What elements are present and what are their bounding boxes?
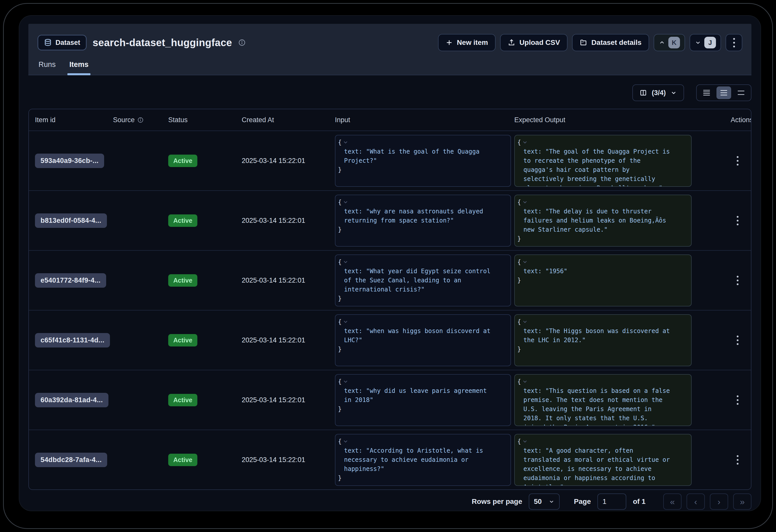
col-header-item-id: Item id [35, 116, 113, 124]
kebab-icon [733, 38, 735, 47]
table-row: b813ed0f-0584-4... Active 2025-03-14 15:… [29, 190, 751, 250]
row-actions-menu-button[interactable] [737, 455, 742, 465]
created-at-cell: 2025-03-14 15:22:01 [242, 277, 335, 285]
last-page-icon: » [740, 497, 745, 507]
collapse-chevron-icon[interactable] [523, 201, 527, 203]
table-row: c65f41c8-1131-4d... Active 2025-03-14 15… [29, 310, 751, 370]
density-relaxed-button[interactable] [734, 86, 748, 99]
density-compact-icon [703, 90, 710, 96]
tab-runs[interactable]: Runs [38, 60, 56, 75]
title-info-icon[interactable] [238, 39, 246, 46]
collapse-chevron-icon[interactable] [344, 380, 348, 383]
collapse-chevron-icon[interactable] [523, 380, 527, 383]
item-id-chip[interactable]: 54dbdc28-7afa-4... [35, 453, 107, 467]
row-density-toggle-group [696, 84, 751, 101]
next-page-button[interactable]: › [710, 494, 728, 510]
dataset-details-button[interactable]: Dataset details [572, 34, 649, 51]
item-id-chip[interactable]: b813ed0f-0584-4... [35, 213, 107, 228]
json-key: text: [524, 387, 542, 394]
col-header-source: Source [113, 116, 168, 124]
brace-open: { [517, 198, 521, 207]
collapse-chevron-icon[interactable] [344, 440, 348, 443]
new-item-button[interactable]: New item [438, 34, 496, 51]
col-header-expected-output: Expected Output [514, 116, 696, 124]
created-at-cell: 2025-03-14 15:22:01 [242, 217, 335, 224]
collapse-chevron-icon[interactable] [344, 260, 348, 263]
collapse-chevron-icon[interactable] [344, 201, 348, 203]
next-page-icon: › [718, 497, 720, 507]
item-id-chip[interactable]: e5401772-84f9-4... [35, 273, 106, 288]
status-badge: Active [168, 274, 197, 287]
collapse-chevron-icon[interactable] [523, 141, 527, 144]
expected-output-json-cell: { text:"A good character, often translat… [514, 434, 692, 486]
row-actions-menu-button[interactable] [737, 395, 742, 405]
header: Dataset search-dataset_huggingface [28, 24, 751, 75]
brace-open: { [338, 437, 342, 446]
status-badge: Active [168, 394, 197, 406]
new-item-label: New item [457, 38, 488, 47]
pagination-controls: « ‹ › » [663, 494, 751, 510]
table-header-row: Item id Source Status Created At Input E… [29, 109, 751, 131]
row-actions-menu-button[interactable] [737, 336, 742, 345]
collapse-chevron-icon[interactable] [523, 440, 527, 443]
collapse-chevron-icon[interactable] [344, 141, 348, 144]
dataset-badge-label: Dataset [55, 39, 80, 47]
columns-count: (3/4) [651, 89, 666, 97]
density-compact-button[interactable] [699, 86, 714, 99]
brace-open: { [338, 257, 342, 267]
tab-items-label: Items [69, 60, 89, 68]
status-badge: Active [168, 454, 197, 466]
json-key: text: [344, 447, 362, 454]
status-badge: Active [168, 155, 197, 167]
created-at-cell: 2025-03-14 15:22:01 [242, 396, 335, 404]
json-key: text: [524, 328, 542, 335]
json-key: text: [524, 268, 542, 275]
collapse-chevron-icon[interactable] [523, 320, 527, 323]
previous-page-icon: ‹ [694, 497, 697, 507]
first-page-button[interactable]: « [663, 494, 682, 510]
user-k-button[interactable]: K [654, 34, 685, 51]
json-value: "1956" [546, 268, 568, 275]
row-actions-menu-button[interactable] [737, 156, 742, 166]
expected-output-json-cell: { text:"The goal of the Quagga Project i… [514, 135, 692, 187]
user-j-button[interactable]: J [690, 34, 721, 51]
column-visibility-selector[interactable]: (3/4) [632, 84, 684, 101]
folder-icon [580, 39, 587, 46]
row-actions-menu-button[interactable] [737, 216, 742, 225]
avatar-k: K [668, 37, 680, 48]
source-info-icon[interactable] [137, 117, 144, 123]
plus-icon [446, 39, 453, 46]
table-row: 60a392da-81ad-4... Active 2025-03-14 15:… [29, 370, 751, 429]
json-key: text: [344, 328, 362, 335]
app-window: Dataset search-dataset_huggingface [19, 16, 761, 511]
row-actions-menu-button[interactable] [737, 276, 742, 285]
upload-csv-button[interactable]: Upload CSV [500, 34, 568, 51]
tab-items[interactable]: Items [69, 60, 89, 75]
json-value: "The Higgs boson was discovered at the L… [524, 328, 670, 344]
page-title: search-dataset_huggingface [93, 37, 232, 48]
rows-per-page-select[interactable]: 50 [529, 494, 560, 510]
expected-output-json-cell: { text:"The delay is due to thruster fai… [514, 195, 692, 246]
item-id-chip[interactable]: 60a392da-81ad-4... [35, 393, 109, 407]
chevron-up-icon [659, 39, 665, 46]
json-key: text: [344, 148, 362, 155]
expected-output-json-cell: { text:"This question is based on a fals… [514, 374, 692, 426]
json-value: "why did us leave paris agreement in 201… [344, 387, 487, 403]
json-key: text: [524, 208, 542, 215]
json-value: "when was higgs boson discoverd at LHC?" [344, 328, 491, 344]
dataset-details-label: Dataset details [591, 38, 641, 47]
last-page-button[interactable]: » [733, 494, 751, 510]
density-medium-button[interactable] [717, 86, 731, 99]
collapse-chevron-icon[interactable] [344, 320, 348, 323]
database-icon [44, 38, 52, 47]
previous-page-button[interactable]: ‹ [687, 494, 705, 510]
brace-open: { [338, 138, 342, 147]
page-number-input[interactable] [597, 494, 626, 510]
table-row: 593a40a9-36cb-... Active 2025-03-14 15:2… [29, 131, 751, 190]
created-at-cell: 2025-03-14 15:22:01 [242, 336, 335, 344]
item-id-chip[interactable]: c65f41c8-1131-4d... [35, 333, 110, 347]
collapse-chevron-icon[interactable] [523, 260, 527, 263]
item-id-chip[interactable]: 593a40a9-36cb-... [35, 154, 104, 168]
header-overflow-menu-button[interactable] [726, 34, 742, 51]
json-value: "The delay is due to thruster failures a… [524, 208, 666, 233]
